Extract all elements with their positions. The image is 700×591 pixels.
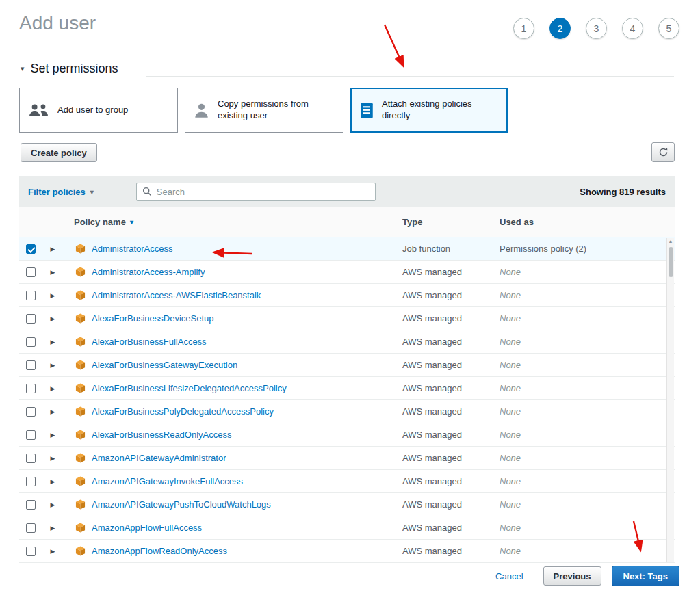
policy-name-link[interactable]: AmazonAPIGatewayAdministrator bbox=[92, 453, 226, 463]
policy-name-link[interactable]: AmazonAPIGatewayPushToCloudWatchLogs bbox=[92, 499, 271, 510]
policy-used-as-cell: None bbox=[493, 290, 675, 300]
row-checkbox[interactable] bbox=[26, 523, 36, 533]
row-checkbox[interactable] bbox=[26, 314, 36, 324]
next-tags-button[interactable]: Next: Tags bbox=[612, 566, 680, 586]
policy-name-link[interactable]: AlexaForBusinessDeviceSetup bbox=[92, 313, 213, 324]
expand-caret-icon[interactable]: ▶ bbox=[42, 292, 63, 299]
expand-caret-icon[interactable]: ▶ bbox=[42, 339, 63, 345]
search-box bbox=[136, 183, 376, 201]
policy-icon bbox=[75, 406, 86, 417]
policy-used-as-cell: None bbox=[493, 430, 675, 440]
cancel-link[interactable]: Cancel bbox=[495, 571, 523, 581]
policy-used-as-cell: None bbox=[493, 337, 675, 347]
permission-option-cards: Add user to group Copy permissions from … bbox=[19, 88, 508, 133]
policy-icon bbox=[75, 383, 86, 393]
policy-used-as-cell: None bbox=[493, 546, 675, 556]
policy-name-link[interactable]: AlexaForBusinessLifesizeDelegatedAccessP… bbox=[92, 383, 287, 393]
row-checkbox[interactable] bbox=[26, 360, 36, 370]
policy-used-as-cell: None bbox=[493, 453, 675, 463]
policy-name-link[interactable]: AlexaForBusinessGatewayExecution bbox=[92, 360, 237, 370]
policy-type-cell: AWS managed bbox=[396, 290, 493, 300]
row-checkbox[interactable] bbox=[26, 547, 36, 556]
expand-caret-icon[interactable]: ▶ bbox=[42, 385, 63, 392]
step-5[interactable]: 5 bbox=[658, 18, 679, 39]
expand-caret-icon[interactable]: ▶ bbox=[42, 548, 63, 555]
scrollbar-thumb[interactable] bbox=[669, 247, 673, 277]
policy-table-row: ▶AmazonAPIGatewayAdministratorAWS manage… bbox=[19, 447, 675, 470]
row-checkbox[interactable] bbox=[26, 244, 36, 254]
row-checkbox[interactable] bbox=[26, 407, 36, 417]
row-checkbox[interactable] bbox=[26, 430, 36, 440]
expand-caret-icon[interactable]: ▶ bbox=[42, 246, 63, 252]
policy-icon bbox=[75, 499, 86, 510]
expand-caret-icon[interactable]: ▶ bbox=[42, 362, 63, 369]
policy-icon bbox=[75, 546, 86, 556]
policy-type-cell: AWS managed bbox=[396, 499, 493, 510]
policy-name-link[interactable]: AmazonAppFlowReadOnlyAccess bbox=[92, 546, 227, 556]
policy-name-link[interactable]: AlexaForBusinessReadOnlyAccess bbox=[92, 430, 231, 440]
step-2[interactable]: 2 bbox=[549, 18, 571, 39]
refresh-icon bbox=[658, 147, 669, 157]
policy-document-icon bbox=[360, 102, 374, 119]
policy-table-row: ▶AdministratorAccessJob functionPermissi… bbox=[19, 237, 675, 261]
policy-icon bbox=[75, 360, 86, 370]
policy-name-link[interactable]: AlexaForBusinessFullAccess bbox=[92, 337, 207, 347]
policy-table-row: ▶AlexaForBusinessPolyDelegatedAccessPoli… bbox=[19, 400, 675, 423]
policy-name-link[interactable]: AmazonAPIGatewayInvokeFullAccess bbox=[92, 476, 243, 486]
policy-type-cell: AWS managed bbox=[396, 383, 493, 393]
step-1[interactable]: 1 bbox=[513, 18, 534, 39]
previous-button[interactable]: Previous bbox=[543, 566, 601, 586]
policy-type-cell: AWS managed bbox=[396, 523, 493, 533]
expand-caret-icon[interactable]: ▶ bbox=[42, 525, 63, 531]
expand-caret-icon[interactable]: ▶ bbox=[42, 269, 63, 276]
expand-caret-icon[interactable]: ▶ bbox=[42, 408, 63, 415]
refresh-button[interactable] bbox=[651, 142, 675, 162]
expand-caret-icon[interactable]: ▶ bbox=[42, 478, 63, 485]
option-card-add-user-to-group[interactable]: Add user to group bbox=[19, 88, 178, 133]
wizard-footer: Cancel Previous Next: Tags bbox=[495, 566, 679, 586]
policy-type-cell: AWS managed bbox=[396, 476, 493, 486]
row-checkbox[interactable] bbox=[26, 291, 36, 300]
policy-type-cell: AWS managed bbox=[396, 430, 493, 440]
option-card-label: Attach existing policies directly bbox=[382, 98, 498, 122]
policy-table-row: ▶AlexaForBusinessDeviceSetupAWS managedN… bbox=[19, 307, 675, 330]
step-4[interactable]: 4 bbox=[622, 18, 643, 39]
filter-policies-dropdown[interactable]: Filter policies ▾ bbox=[28, 187, 94, 197]
expand-caret-icon[interactable]: ▶ bbox=[42, 432, 63, 438]
policy-name-link[interactable]: AdministratorAccess bbox=[92, 244, 172, 254]
set-permissions-section-header[interactable]: ▾ Set permissions bbox=[21, 62, 118, 76]
policy-name-header-label: Policy name bbox=[74, 217, 126, 227]
expand-caret-icon[interactable]: ▶ bbox=[42, 315, 63, 322]
policy-table-row: ▶AdministratorAccess-AmplifyAWS managedN… bbox=[19, 261, 675, 284]
row-checkbox[interactable] bbox=[26, 454, 36, 463]
results-count: Showing 819 results bbox=[580, 187, 666, 197]
row-checkbox[interactable] bbox=[26, 384, 36, 393]
scrollbar-up-arrow[interactable]: ▲ bbox=[667, 239, 674, 244]
policy-used-as-cell: None bbox=[493, 406, 675, 417]
row-checkbox[interactable] bbox=[26, 477, 36, 486]
row-checkbox[interactable] bbox=[26, 500, 36, 510]
policy-name-link[interactable]: AlexaForBusinessPolyDelegatedAccessPolic… bbox=[92, 406, 274, 417]
policy-used-as-cell: None bbox=[493, 383, 675, 393]
policy-name-link[interactable]: AdministratorAccess-Amplify bbox=[92, 267, 205, 277]
option-card-attach-existing-policies[interactable]: Attach existing policies directly bbox=[350, 88, 508, 133]
policy-table-row: ▶AmazonAppFlowReadOnlyAccessAWS managedN… bbox=[19, 540, 675, 563]
expand-caret-icon[interactable]: ▶ bbox=[42, 455, 63, 462]
create-policy-button[interactable]: Create policy bbox=[21, 143, 97, 162]
option-card-copy-permissions[interactable]: Copy permissions from existing user bbox=[185, 88, 343, 133]
column-header-used-as: Used as bbox=[493, 217, 675, 227]
table-scrollbar[interactable]: ▲ bbox=[666, 238, 674, 562]
search-input[interactable] bbox=[157, 187, 370, 197]
policy-name-link[interactable]: AdministratorAccess-AWSElasticBeanstalk bbox=[92, 290, 261, 300]
expand-caret-icon[interactable]: ▶ bbox=[42, 501, 63, 508]
policy-icon bbox=[75, 313, 86, 324]
row-checkbox[interactable] bbox=[26, 337, 36, 347]
policy-type-cell: AWS managed bbox=[396, 313, 493, 324]
policy-type-cell: AWS managed bbox=[396, 267, 493, 277]
policy-name-link[interactable]: AmazonAppFlowFullAccess bbox=[92, 523, 202, 533]
policy-icon bbox=[75, 267, 86, 277]
policy-table-row: ▶AlexaForBusinessFullAccessAWS managedNo… bbox=[19, 330, 675, 354]
step-3[interactable]: 3 bbox=[586, 18, 607, 39]
row-checkbox[interactable] bbox=[26, 267, 36, 277]
column-header-policy-name[interactable]: Policy name ▾ bbox=[63, 217, 396, 227]
